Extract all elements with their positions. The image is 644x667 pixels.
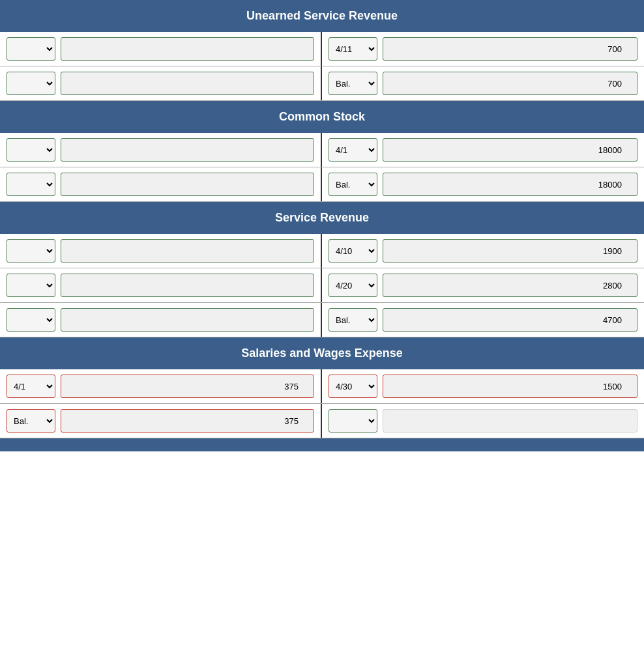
date-select-left[interactable]: 4/1 — [7, 375, 55, 398]
section-salaries-wages-expense: Salaries and Wages Expense 4/1 4/30 Bal. — [0, 337, 644, 438]
ledger-container: Unearned Service Revenue 4/11 — [0, 0, 644, 451]
section-header-unearned-service-revenue: Unearned Service Revenue — [0, 0, 644, 32]
section-common-stock: Common Stock 4/1 — [0, 101, 644, 202]
date-select-right[interactable]: 4/1 — [329, 138, 377, 162]
amount-input-right[interactable] — [383, 37, 637, 61]
right-side: Bal. — [322, 167, 644, 201]
right-side: Bal. — [322, 66, 644, 100]
date-select-right[interactable] — [329, 409, 377, 433]
date-select-right[interactable]: 4/30 — [329, 375, 377, 398]
date-select-left[interactable] — [7, 37, 55, 61]
table-row: Bal. — [0, 404, 644, 438]
amount-input-right[interactable] — [383, 239, 637, 263]
left-side — [0, 303, 322, 337]
section-unearned-service-revenue: Unearned Service Revenue 4/11 — [0, 0, 644, 101]
right-side: 4/1 — [322, 133, 644, 167]
date-select-left[interactable] — [7, 72, 55, 95]
description-input-left[interactable] — [61, 173, 314, 196]
right-side: 4/30 — [322, 369, 644, 403]
table-row: Bal. — [0, 303, 644, 337]
amount-input-right[interactable] — [383, 72, 637, 95]
date-select-right[interactable]: Bal. — [329, 308, 377, 332]
date-select-right[interactable]: 4/11 — [329, 37, 377, 61]
date-select-right[interactable]: Bal. — [329, 72, 377, 95]
description-input-left[interactable] — [61, 308, 314, 332]
description-input-left[interactable] — [61, 138, 314, 162]
date-select-left[interactable] — [7, 138, 55, 162]
date-select-right[interactable]: 4/10 — [329, 239, 377, 263]
right-side: Bal. — [322, 303, 644, 337]
section-header-common-stock: Common Stock — [0, 101, 644, 133]
date-select-left[interactable] — [7, 173, 55, 196]
amount-input-right[interactable] — [383, 274, 637, 297]
table-row: 4/1 4/30 — [0, 369, 644, 404]
date-select-left[interactable] — [7, 274, 55, 297]
table-row: 4/1 — [0, 133, 644, 167]
date-select-right[interactable]: 4/20 — [329, 274, 377, 297]
left-side — [0, 66, 322, 100]
left-side — [0, 167, 322, 201]
description-input-left[interactable] — [61, 72, 314, 95]
date-select-left[interactable] — [7, 239, 55, 263]
amount-input-right[interactable] — [383, 375, 637, 398]
date-select-left[interactable] — [7, 308, 55, 332]
left-side — [0, 234, 322, 268]
left-side — [0, 133, 322, 167]
section-service-revenue: Service Revenue 4/10 — [0, 202, 644, 337]
right-side: 4/10 — [322, 234, 644, 268]
description-input-left[interactable] — [61, 37, 314, 61]
table-row: 4/11 — [0, 32, 644, 66]
left-side: Bal. — [0, 404, 322, 438]
bottom-bar — [0, 438, 644, 451]
amount-input-right[interactable] — [383, 173, 637, 196]
date-select-left[interactable]: Bal. — [7, 409, 55, 433]
right-side: 4/11 — [322, 32, 644, 66]
table-row: 4/20 — [0, 268, 644, 303]
date-select-right[interactable]: Bal. — [329, 173, 377, 196]
amount-input-right[interactable] — [383, 308, 637, 332]
section-header-service-revenue: Service Revenue — [0, 202, 644, 234]
description-input-left[interactable] — [61, 239, 314, 263]
left-side — [0, 268, 322, 302]
right-side: 4/20 — [322, 268, 644, 302]
right-side — [322, 404, 644, 438]
amount-input-left[interactable] — [61, 409, 314, 433]
section-header-salaries-wages-expense: Salaries and Wages Expense — [0, 337, 644, 369]
amount-input-right[interactable] — [383, 409, 637, 433]
description-input-left[interactable] — [61, 274, 314, 297]
left-side — [0, 32, 322, 66]
table-row: Bal. — [0, 66, 644, 101]
amount-input-right[interactable] — [383, 138, 637, 162]
amount-input-left[interactable] — [61, 375, 314, 398]
table-row: 4/10 — [0, 234, 644, 268]
table-row: Bal. — [0, 167, 644, 202]
left-side: 4/1 — [0, 369, 322, 403]
